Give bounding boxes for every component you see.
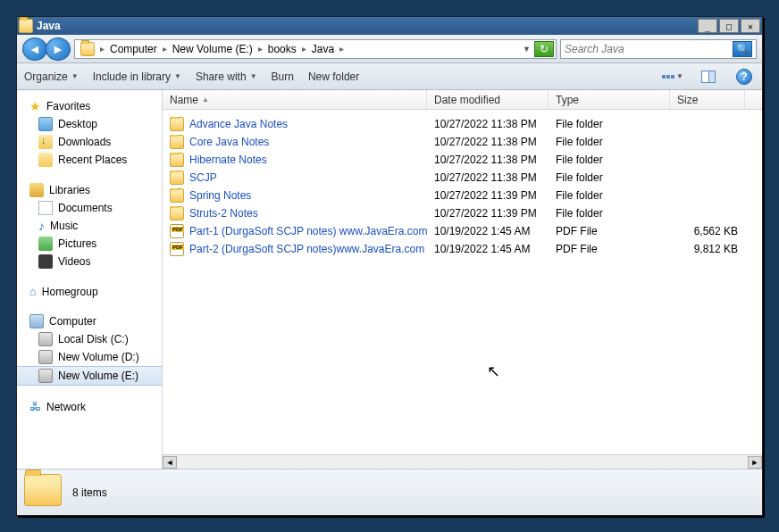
- nav-volume-d[interactable]: New Volume (D:): [17, 348, 162, 366]
- drive-icon: [38, 332, 53, 346]
- column-header-type[interactable]: Type: [549, 90, 670, 109]
- breadcrumb-segment[interactable]: New Volume (E:): [169, 43, 256, 55]
- folder-icon: [170, 170, 184, 185]
- burn-button[interactable]: Burn: [272, 71, 294, 83]
- minimize-button[interactable]: _: [698, 19, 717, 33]
- libraries-group[interactable]: Libraries: [17, 181, 162, 199]
- file-type: PDF File: [549, 225, 670, 237]
- sort-ascending-icon: ▲: [202, 96, 209, 104]
- nav-local-disk-c[interactable]: Local Disk (C:): [17, 330, 162, 348]
- file-row[interactable]: Struts-2 Notes10/27/2022 11:39 PMFile fo…: [163, 204, 762, 222]
- library-icon: [29, 183, 44, 197]
- column-header-row: Name▲ Date modified Type Size: [163, 90, 762, 110]
- drive-icon: [38, 350, 53, 364]
- homegroup-group[interactable]: ⌂Homegroup: [17, 283, 162, 300]
- nav-volume-e[interactable]: New Volume (E:): [17, 366, 162, 386]
- nav-videos[interactable]: Videos: [17, 253, 162, 270]
- recent-icon: [38, 153, 53, 167]
- nav-label: Computer: [49, 315, 96, 328]
- nav-label: Documents: [58, 202, 113, 214]
- chevron-down-icon: ▼: [71, 72, 79, 80]
- horizontal-scrollbar[interactable]: ◄ ►: [163, 454, 762, 469]
- file-row[interactable]: SCJP10/27/2022 11:38 PMFile folder: [163, 169, 762, 187]
- nav-pictures[interactable]: Pictures: [17, 235, 162, 253]
- file-name: Core Java Notes: [189, 136, 269, 148]
- file-list[interactable]: Advance Java Notes10/27/2022 11:38 PMFil…: [163, 110, 762, 454]
- file-type: File folder: [549, 136, 670, 148]
- folder-icon: [170, 117, 184, 131]
- file-type: File folder: [549, 189, 670, 202]
- file-row[interactable]: Part-2 (DurgaSoft SCJP notes)www.JavaEra…: [163, 240, 762, 258]
- nav-downloads[interactable]: Downloads: [17, 133, 162, 151]
- view-icon: [662, 75, 674, 79]
- file-type: File folder: [549, 118, 670, 130]
- scroll-left-button[interactable]: ◄: [163, 456, 177, 469]
- title-bar[interactable]: Java _ □ ✕: [17, 17, 762, 35]
- include-in-library-button[interactable]: Include in library▼: [93, 71, 181, 83]
- nav-desktop[interactable]: Desktop: [17, 115, 162, 133]
- nav-label: Favorites: [46, 100, 90, 112]
- preview-pane-button[interactable]: [698, 67, 719, 87]
- search-box[interactable]: 🔍: [560, 39, 757, 59]
- explorer-window: Java _ □ ✕ ◄ ► ▸ Computer ▸ New Volume (…: [16, 16, 763, 516]
- back-button[interactable]: ◄: [22, 37, 47, 61]
- folder-large-icon: [24, 474, 62, 511]
- nav-music[interactable]: ♪Music: [17, 217, 162, 235]
- nav-label: New Volume (E:): [58, 370, 138, 382]
- scroll-right-button[interactable]: ►: [748, 456, 762, 469]
- search-input[interactable]: [565, 43, 733, 55]
- command-bar: Organize▼ Include in library▼ Share with…: [17, 63, 762, 90]
- content-area: ★Favorites Desktop Downloads Recent Plac…: [17, 90, 762, 469]
- organize-button[interactable]: Organize▼: [24, 71, 79, 83]
- folder-icon: [170, 206, 184, 220]
- file-list-pane: Name▲ Date modified Type Size Advance Ja…: [163, 90, 762, 469]
- maximize-button[interactable]: □: [719, 19, 739, 33]
- computer-group[interactable]: Computer: [17, 312, 162, 330]
- forward-button[interactable]: ►: [46, 37, 71, 61]
- nav-label: Recent Places: [58, 154, 127, 166]
- file-type: PDF File: [549, 243, 670, 255]
- share-with-button[interactable]: Share with▼: [196, 71, 257, 83]
- column-header-size[interactable]: Size: [670, 90, 745, 109]
- file-date: 10/27/2022 11:38 PM: [427, 154, 549, 166]
- view-options-button[interactable]: ▼: [662, 67, 683, 87]
- nav-label: Desktop: [58, 118, 97, 130]
- refresh-button[interactable]: ↻: [534, 41, 554, 57]
- address-bar[interactable]: ▸ Computer ▸ New Volume (E:) ▸ books ▸ J…: [74, 39, 557, 59]
- breadcrumb-segment[interactable]: Computer: [106, 43, 161, 55]
- close-button[interactable]: ✕: [741, 19, 760, 33]
- file-row[interactable]: Hibernate Notes10/27/2022 11:38 PMFile f…: [163, 151, 762, 169]
- chevron-right-icon[interactable]: ▸: [338, 44, 346, 54]
- breadcrumb-segment[interactable]: Java: [308, 43, 338, 55]
- navigation-bar: ◄ ► ▸ Computer ▸ New Volume (E:) ▸ books…: [17, 35, 762, 63]
- downloads-icon: [38, 135, 53, 149]
- nav-recent-places[interactable]: Recent Places: [17, 151, 162, 169]
- favorites-group[interactable]: ★Favorites: [17, 97, 162, 115]
- homegroup-icon: ⌂: [29, 285, 37, 298]
- address-dropdown-button[interactable]: ▼: [519, 45, 534, 54]
- nav-label: Pictures: [58, 237, 96, 250]
- column-header-date[interactable]: Date modified: [427, 90, 549, 109]
- new-folder-button[interactable]: New folder: [308, 71, 359, 83]
- chevron-right-icon[interactable]: ▸: [98, 44, 106, 54]
- nav-documents[interactable]: Documents: [17, 199, 162, 217]
- folder-icon: [170, 153, 184, 167]
- help-button[interactable]: ?: [733, 67, 755, 87]
- search-button[interactable]: 🔍: [733, 41, 752, 57]
- document-icon: [38, 201, 53, 215]
- file-row[interactable]: Spring Notes10/27/2022 11:39 PMFile fold…: [163, 187, 762, 204]
- column-header-name[interactable]: Name▲: [163, 90, 427, 109]
- network-group[interactable]: 🖧Network: [17, 398, 162, 415]
- nav-label: Downloads: [58, 136, 111, 148]
- breadcrumb-segment[interactable]: books: [264, 43, 300, 55]
- chevron-right-icon[interactable]: ▸: [300, 44, 308, 54]
- videos-icon: [38, 254, 53, 269]
- file-row[interactable]: Core Java Notes10/27/2022 11:38 PMFile f…: [163, 133, 762, 151]
- file-row[interactable]: Part-1 (DurgaSoft SCJP notes) www.JavaEr…: [163, 222, 762, 240]
- pdf-icon: [170, 242, 184, 256]
- chevron-right-icon[interactable]: ▸: [161, 44, 169, 54]
- folder-icon: [170, 135, 184, 149]
- chevron-right-icon[interactable]: ▸: [256, 44, 264, 54]
- chevron-down-icon: ▼: [676, 72, 683, 80]
- file-row[interactable]: Advance Java Notes10/27/2022 11:38 PMFil…: [163, 115, 762, 133]
